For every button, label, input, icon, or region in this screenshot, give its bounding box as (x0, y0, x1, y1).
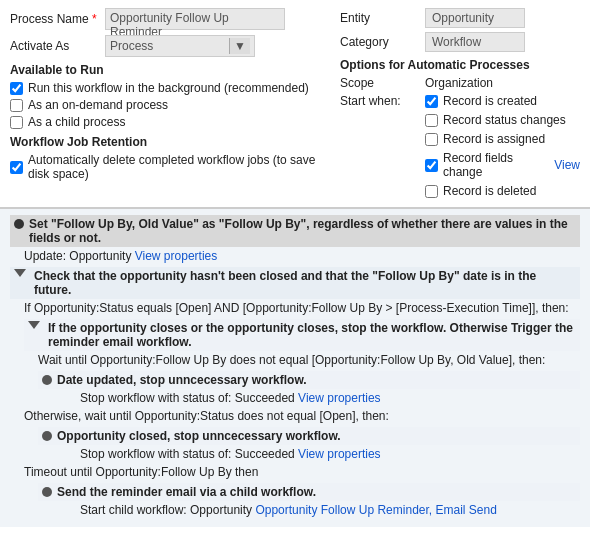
process-name-label: Process Name * (10, 12, 105, 26)
scope-value: Organization (425, 76, 493, 90)
step-6-bg: Opportunity closed, stop unncecessary wo… (38, 427, 580, 445)
start-when-option-3: Record fields change View (425, 151, 580, 179)
dropdown-arrow-icon: ▼ (229, 38, 250, 54)
child-process-checkbox[interactable] (10, 116, 23, 129)
step-4-sub: Stop workflow with status of: Succeeded … (80, 391, 580, 405)
step-6-sub: Stop workflow with status of: Succeeded … (80, 447, 580, 461)
step-4-view-link[interactable]: View properties (298, 391, 381, 405)
activate-as-select[interactable]: Process ▼ (105, 35, 255, 57)
step-4-sub-text: Stop workflow with status of: Succeeded (80, 391, 298, 405)
auto-delete-label: Automatically delete completed workflow … (28, 153, 330, 181)
expand-icon-step-2[interactable] (14, 269, 26, 277)
step-3-text: If the opportunity closes or the opportu… (48, 321, 573, 349)
record-created-label: Record is created (443, 94, 537, 108)
step-2: Check that the opportunity hasn't been c… (10, 267, 580, 315)
step-1-sub-text: Update: Opportunity (24, 249, 135, 263)
child-process-label: As a child process (28, 115, 125, 129)
step-1-content: Set "Follow Up By, Old Value" as "Follow… (29, 217, 576, 245)
activate-as-value: Process (110, 39, 153, 53)
record-assigned-label: Record is assigned (443, 132, 545, 146)
entity-value: Opportunity (425, 8, 525, 28)
record-fields-change-label: Record fields change (443, 151, 550, 179)
step-8-text: Send the reminder email via a child work… (57, 485, 316, 499)
record-deleted-label: Record is deleted (443, 184, 536, 198)
workflow-retention-header: Workflow Job Retention (10, 135, 330, 149)
required-star: * (92, 12, 97, 26)
step-8-content: Send the reminder email via a child work… (57, 485, 576, 499)
step-6-content: Opportunity closed, stop unncecessary wo… (57, 429, 576, 443)
step-8-sub-text: Start child workflow: Opportunity (80, 503, 255, 517)
run-background-checkbox[interactable] (10, 82, 23, 95)
start-when-option-0: Record is created (425, 94, 580, 108)
record-status-label: Record status changes (443, 113, 566, 127)
step-2-bg: Check that the opportunity hasn't been c… (10, 267, 580, 299)
record-fields-change-checkbox[interactable] (425, 159, 438, 172)
record-fields-change-view-link[interactable]: View (554, 158, 580, 172)
step-8-bg: Send the reminder email via a child work… (38, 483, 580, 501)
start-when-option-2: Record is assigned (425, 132, 580, 146)
step-1-view-link[interactable]: View properties (135, 249, 218, 263)
start-when-label: Start when: (340, 94, 425, 201)
step-5: Otherwise, wait until Opportunity:Status… (24, 409, 580, 423)
step-2-text: Check that the opportunity hasn't been c… (34, 269, 536, 297)
category-label: Category (340, 35, 425, 49)
step-4-bg: Date updated, stop unncecessary workflow… (38, 371, 580, 389)
step-3-bg: If the opportunity closes or the opportu… (24, 319, 580, 351)
on-demand-label: As an on-demand process (28, 98, 168, 112)
process-name-input[interactable]: Opportunity Follow Up Reminder (105, 8, 285, 30)
step-8-child-link[interactable]: Opportunity Follow Up Reminder, Email Se… (255, 503, 496, 517)
start-when-option-1: Record status changes (425, 113, 580, 127)
steps-section: Set "Follow Up By, Old Value" as "Follow… (0, 208, 590, 527)
on-demand-checkbox[interactable] (10, 99, 23, 112)
step-2-condition-text: If Opportunity:Status equals [Open] AND … (24, 301, 569, 315)
category-value: Workflow (425, 32, 525, 52)
step-1-sub: Update: Opportunity View properties (24, 249, 580, 263)
step-4: Date updated, stop unncecessary workflow… (38, 371, 580, 405)
step-3-condition: Wait until Opportunity:Follow Up By does… (38, 353, 580, 367)
step-7: Timeout until Opportunity:Follow Up By t… (24, 465, 580, 479)
step-3-content: If the opportunity closes or the opportu… (48, 321, 576, 349)
step-3: If the opportunity closes or the opportu… (24, 319, 580, 367)
record-created-checkbox[interactable] (425, 95, 438, 108)
step-6-dot (42, 431, 52, 441)
step-6-view-link[interactable]: View properties (298, 447, 381, 461)
right-panel: Entity Opportunity Category Workflow Opt… (340, 8, 580, 201)
entity-label: Entity (340, 11, 425, 25)
step-4-text: Date updated, stop unncecessary workflow… (57, 373, 307, 387)
step-6: Opportunity closed, stop unncecessary wo… (38, 427, 580, 461)
run-background-label: Run this workflow in the background (rec… (28, 81, 309, 95)
step-6-text: Opportunity closed, stop unncecessary wo… (57, 429, 341, 443)
step-2-content: Check that the opportunity hasn't been c… (34, 269, 576, 297)
available-to-run-header: Available to Run (10, 63, 330, 77)
left-panel: Process Name * Opportunity Follow Up Rem… (10, 8, 330, 201)
process-name-label-text: Process Name (10, 12, 89, 26)
record-assigned-checkbox[interactable] (425, 133, 438, 146)
step-5-text: Otherwise, wait until Opportunity:Status… (24, 409, 389, 423)
options-header: Options for Automatic Processes (340, 58, 580, 72)
record-deleted-checkbox[interactable] (425, 185, 438, 198)
step-2-condition: If Opportunity:Status equals [Open] AND … (24, 301, 580, 315)
step-4-dot (42, 375, 52, 385)
step-8: Send the reminder email via a child work… (38, 483, 580, 517)
step-1-dot (14, 219, 24, 229)
expand-icon-step-3[interactable] (28, 321, 40, 329)
step-4-content: Date updated, stop unncecessary workflow… (57, 373, 576, 387)
start-when-options: Record is created Record status changes … (425, 94, 580, 201)
start-when-option-4: Record is deleted (425, 184, 580, 198)
auto-delete-checkbox[interactable] (10, 161, 23, 174)
step-1-text: Set "Follow Up By, Old Value" as "Follow… (29, 217, 568, 245)
step-3-condition-text: Wait until Opportunity:Follow Up By does… (38, 353, 545, 367)
step-8-sub: Start child workflow: Opportunity Opport… (80, 503, 580, 517)
step-8-dot (42, 487, 52, 497)
step-1: Set "Follow Up By, Old Value" as "Follow… (10, 215, 580, 263)
step-6-sub-text: Stop workflow with status of: Succeeded (80, 447, 298, 461)
scope-label: Scope (340, 76, 425, 90)
step-1-bg: Set "Follow Up By, Old Value" as "Follow… (10, 215, 580, 247)
activate-as-label: Activate As (10, 39, 105, 53)
step-7-text: Timeout until Opportunity:Follow Up By t… (24, 465, 258, 479)
record-status-checkbox[interactable] (425, 114, 438, 127)
